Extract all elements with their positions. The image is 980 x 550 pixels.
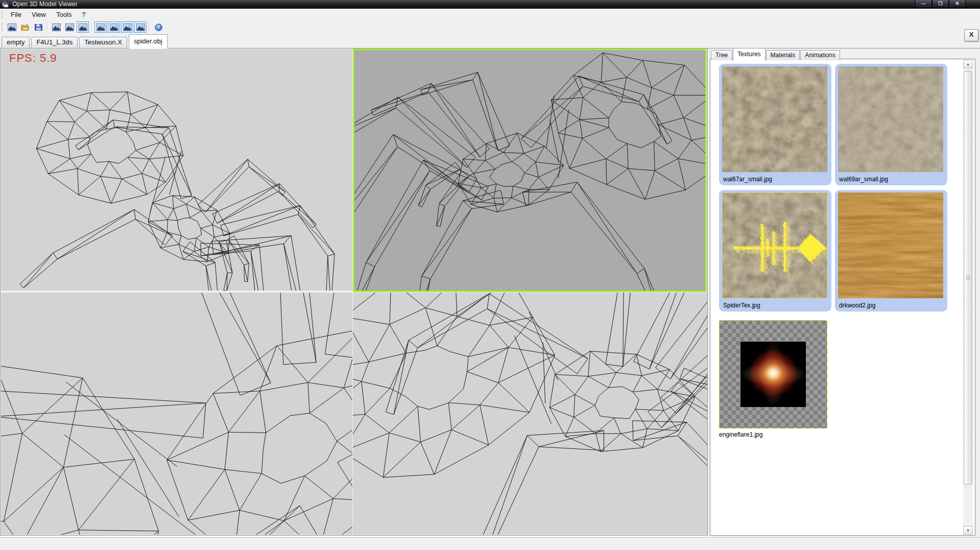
- picture-icon: [52, 23, 61, 31]
- scroll-up-arrow-icon[interactable]: ▲: [963, 60, 973, 68]
- minimize-button[interactable]: —: [915, 0, 932, 8]
- tab-f4u1-l-3ds[interactable]: F4U1_L.3ds: [31, 37, 78, 48]
- display-mode-button-1[interactable]: [50, 21, 62, 33]
- menu-tools[interactable]: Tools: [52, 10, 76, 19]
- status-bar: [0, 537, 980, 550]
- wireframe-spider-bottom-right: [353, 293, 707, 535]
- tab-materials[interactable]: Materials: [766, 50, 800, 60]
- menu-view[interactable]: View: [27, 10, 51, 19]
- texture-card-wal67ar[interactable]: wal67ar_small.jpg: [719, 64, 831, 185]
- viewport-toggle-button-2[interactable]: [108, 21, 120, 33]
- app-window: Open 3D Model Viewer — ❐ ✕ File View Too…: [0, 0, 980, 550]
- toolbar: ?: [0, 20, 980, 34]
- wireframe-spider-top-left: [1, 49, 352, 291]
- menu-drag-grip: [2, 11, 5, 19]
- menu-file[interactable]: File: [6, 10, 26, 19]
- app-icon: [2, 1, 9, 8]
- scroll-down-arrow-icon[interactable]: ▼: [963, 526, 973, 535]
- viewport-top-right-active[interactable]: [353, 49, 707, 292]
- viewport-bottom-left[interactable]: [1, 293, 352, 535]
- document-tab-strip: empty F4U1_L.3ds Testwuson.X spider.obj: [0, 34, 980, 49]
- texture-label: wal69ar_small.jpg: [839, 176, 888, 183]
- svg-text:?: ?: [157, 25, 159, 30]
- texture-card-spidertex[interactable]: SpiderTex.jpg: [719, 190, 831, 312]
- side-panel-tabs: Tree Textures Materials Animations: [711, 48, 841, 60]
- tab-tree[interactable]: Tree: [711, 50, 732, 60]
- texture-card-wal69ar[interactable]: wal69ar_small.jpg: [835, 64, 947, 185]
- open-model-button[interactable]: [6, 21, 18, 33]
- help-button[interactable]: ?: [152, 21, 164, 33]
- picture-icon: [79, 23, 87, 31]
- panel-scrollbar[interactable]: ▲ ▼: [963, 60, 973, 535]
- texture-label: drkwood2.jpg: [839, 302, 875, 309]
- textures-panel: wal67ar_small.jpg wal69ar_small.jpg: [710, 59, 975, 536]
- window-title: Open 3D Model Viewer: [12, 1, 78, 8]
- title-bar: Open 3D Model Viewer — ❐ ✕: [0, 0, 980, 9]
- picture-icon: [65, 23, 74, 31]
- texture-card-engineflare[interactable]: [719, 320, 827, 428]
- close-button[interactable]: ✕: [949, 0, 966, 8]
- texture-label: SpiderTex.jpg: [723, 302, 760, 309]
- viewport-top-left[interactable]: FPS: 5.9: [1, 49, 352, 291]
- window-controls: — ❐ ✕: [915, 0, 966, 8]
- tab-animations[interactable]: Animations: [800, 50, 840, 60]
- texture-thumbnail-wal67ar: [722, 66, 827, 172]
- texture-label: wal67ar_small.jpg: [723, 176, 772, 183]
- tab-spider-obj[interactable]: spider.obj: [129, 34, 168, 49]
- picture-icon: [97, 23, 105, 31]
- wireframe-spider-top-right: [354, 50, 705, 291]
- open-file-button[interactable]: [19, 21, 31, 33]
- display-mode-button-2[interactable]: [63, 21, 76, 33]
- display-mode-button-3[interactable]: [77, 21, 89, 33]
- picture-icon: [123, 23, 132, 31]
- viewport-toggle-button-4[interactable]: [134, 21, 147, 33]
- tab-testwuson-x[interactable]: Testwuson.X: [79, 37, 127, 48]
- texture-card-drkwood2[interactable]: drkwood2.jpg: [835, 190, 947, 312]
- wireframe-spider-bottom-left: [1, 293, 352, 535]
- texture-thumbnail-wal69ar: [838, 66, 943, 172]
- tab-textures[interactable]: Textures: [733, 48, 765, 61]
- viewport-toggle-button-3[interactable]: [121, 21, 133, 33]
- toolbar-separator: [149, 22, 150, 32]
- toolbar-drag-grip: [2, 23, 5, 31]
- document-close-button[interactable]: X: [964, 29, 978, 41]
- viewport-container: FPS: 5.9: [0, 49, 708, 536]
- texture-thumbnail-engineflare: [740, 342, 806, 407]
- save-icon: [34, 23, 43, 31]
- picture-icon: [110, 23, 118, 31]
- viewport-toggle-button-1[interactable]: [94, 21, 107, 33]
- menu-help[interactable]: ?: [77, 10, 90, 19]
- help-icon: ?: [154, 23, 163, 31]
- texture-label: engineflare1.jpg: [719, 431, 762, 438]
- scrollbar-thumb[interactable]: [964, 71, 972, 485]
- viewport-bottom-right[interactable]: [353, 293, 707, 535]
- picture-icon: [8, 23, 16, 31]
- texture-thumbnail-drkwood2: [838, 193, 943, 298]
- texture-thumbnail-spidertex: [722, 193, 827, 298]
- toolbar-separator: [91, 22, 92, 32]
- folder-icon: [21, 23, 30, 31]
- save-button[interactable]: [32, 21, 44, 33]
- toolbar-separator: [47, 22, 47, 32]
- menu-bar: File View Tools ?: [0, 9, 980, 20]
- maximize-button[interactable]: ❐: [932, 0, 949, 8]
- picture-icon: [136, 23, 145, 31]
- fps-counter: FPS: 5.9: [9, 52, 57, 65]
- tab-empty[interactable]: empty: [2, 37, 30, 48]
